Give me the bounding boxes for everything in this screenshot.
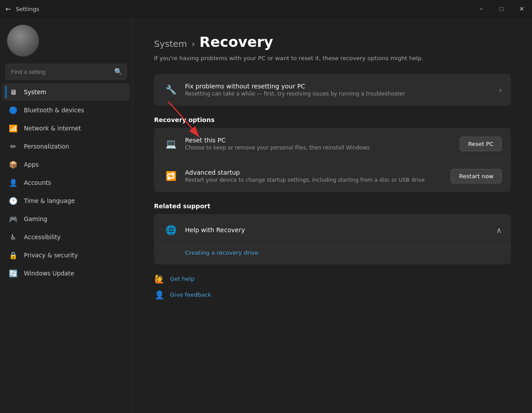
sidebar-item-label-accounts: Accounts: [24, 179, 51, 186]
fix-problems-icon: 🔧: [163, 82, 179, 98]
accessibility-icon: ♿: [9, 233, 18, 241]
sidebar-item-network[interactable]: 📶Network & internet: [3, 119, 130, 137]
time-icon: 🕐: [9, 196, 18, 205]
sidebar-item-personalization[interactable]: ✏️Personalization: [3, 138, 130, 155]
related-support-title: Related support: [154, 203, 511, 210]
apps-icon: 📦: [9, 160, 18, 169]
get-help-link[interactable]: 🙋 Get help: [154, 273, 511, 284]
fix-problems-action: ›: [499, 86, 502, 94]
give-feedback-label: Give feedback: [170, 291, 211, 298]
reset-pc-desc: Choose to keep or remove your personal f…: [185, 145, 460, 151]
sidebar-item-label-personalization: Personalization: [24, 143, 69, 150]
recovery-drive-link[interactable]: Creating a recovery drive: [185, 249, 258, 256]
sidebar-item-label-time: Time & language: [24, 197, 75, 204]
help-recovery-icon: 🌐: [163, 222, 179, 238]
help-recovery-label: Help with Recovery: [185, 226, 496, 233]
help-recovery-card[interactable]: 🌐 Help with Recovery ∧ Creating a recove…: [154, 214, 511, 264]
accounts-icon: 👤: [9, 178, 18, 187]
sidebar-item-bluetooth[interactable]: 🔵Bluetooth & devices: [3, 101, 130, 119]
sidebar-item-time[interactable]: 🕐Time & language: [3, 192, 130, 210]
sidebar-item-label-system: System: [24, 88, 46, 96]
reset-pc-label: Reset this PC: [185, 137, 460, 144]
main-content: System › Recovery If you're having probl…: [133, 18, 532, 413]
network-icon: 📶: [9, 124, 18, 133]
sidebar-item-label-bluetooth: Bluetooth & devices: [24, 107, 84, 114]
sidebar-item-accessibility[interactable]: ♿Accessibility: [3, 228, 130, 246]
fix-problems-text: Fix problems without resetting your PC R…: [185, 83, 499, 97]
titlebar-left: ← Settings: [5, 5, 39, 13]
gaming-icon: 🎮: [9, 214, 18, 223]
advanced-startup-row[interactable]: 🔁 Advanced startup Restart your device t…: [154, 160, 511, 192]
breadcrumb-separator: ›: [192, 38, 195, 49]
fix-problems-row[interactable]: 🔧 Fix problems without resetting your PC…: [154, 74, 511, 106]
chevron-up-icon: ∧: [496, 226, 502, 235]
back-button[interactable]: ←: [5, 5, 11, 13]
advanced-startup-label: Advanced startup: [185, 169, 451, 176]
avatar-image: [7, 25, 39, 57]
breadcrumb: System › Recovery: [154, 34, 511, 50]
recovery-options-card: 💻 Reset this PC Choose to keep or remove…: [154, 128, 511, 192]
sidebar-item-label-update: Windows Update: [24, 270, 74, 277]
system-icon: 🖥: [9, 88, 18, 96]
fix-problems-label: Fix problems without resetting your PC: [185, 83, 499, 90]
privacy-icon: 🔒: [9, 251, 18, 260]
give-feedback-icon: 👤: [154, 289, 165, 300]
reset-pc-icon: 💻: [163, 136, 179, 152]
page-title: Recovery: [200, 34, 274, 50]
minimize-button[interactable]: −: [471, 0, 491, 18]
bluetooth-icon: 🔵: [9, 106, 18, 115]
sidebar-item-gaming[interactable]: 🎮Gaming: [3, 210, 130, 228]
recovery-options-title: Recovery options: [154, 116, 511, 123]
sidebar-item-label-network: Network & internet: [24, 125, 81, 132]
sidebar-item-apps[interactable]: 📦Apps: [3, 156, 130, 173]
search-icon: 🔍: [114, 68, 123, 76]
search-container: 🔍: [5, 64, 127, 80]
get-help-label: Get help: [170, 275, 194, 282]
fix-problems-card[interactable]: 🔧 Fix problems without resetting your PC…: [154, 74, 511, 106]
update-icon: 🔄: [9, 269, 18, 278]
advanced-startup-desc: Restart your device to change startup se…: [185, 177, 451, 183]
help-recovery-header[interactable]: 🌐 Help with Recovery ∧: [154, 214, 511, 246]
page-subtitle: If you're having problems with your PC o…: [154, 55, 511, 61]
bottom-links: 🙋 Get help 👤 Give feedback: [154, 273, 511, 300]
chevron-right-icon: ›: [499, 86, 502, 94]
maximize-button[interactable]: □: [491, 0, 512, 18]
fix-problems-desc: Resetting can take a while — first, try …: [185, 91, 499, 97]
get-help-icon: 🙋: [154, 273, 165, 284]
sidebar-nav: 🖥System🔵Bluetooth & devices📶Network & in…: [0, 83, 132, 282]
sidebar-item-label-privacy: Privacy & security: [24, 252, 78, 259]
close-button[interactable]: ✕: [512, 0, 532, 18]
restart-now-button[interactable]: Restart now: [451, 169, 502, 184]
help-recovery-body: Creating a recovery drive: [154, 246, 511, 264]
avatar: [7, 25, 39, 57]
breadcrumb-parent: System: [154, 38, 187, 49]
reset-pc-text: Reset this PC Choose to keep or remove y…: [185, 137, 460, 151]
sidebar-item-update[interactable]: 🔄Windows Update: [3, 264, 130, 282]
sidebar-item-accounts[interactable]: 👤Accounts: [3, 174, 130, 191]
titlebar: ← Settings − □ ✕: [0, 0, 532, 18]
sidebar-item-label-apps: Apps: [24, 161, 39, 168]
sidebar-item-privacy[interactable]: 🔒Privacy & security: [3, 246, 130, 264]
sidebar-item-system[interactable]: 🖥System: [3, 83, 130, 101]
reset-pc-row[interactable]: 💻 Reset this PC Choose to keep or remove…: [154, 128, 511, 160]
sidebar: 🔍 🖥System🔵Bluetooth & devices📶Network & …: [0, 18, 133, 413]
sidebar-item-label-gaming: Gaming: [24, 215, 47, 222]
search-input[interactable]: [5, 64, 127, 80]
advanced-startup-action: Restart now: [451, 169, 502, 184]
personalization-icon: ✏️: [9, 142, 18, 151]
titlebar-title: Settings: [15, 6, 39, 12]
sidebar-item-label-accessibility: Accessibility: [24, 233, 61, 241]
reset-pc-action: Reset PC: [460, 137, 502, 151]
give-feedback-link[interactable]: 👤 Give feedback: [154, 289, 511, 300]
advanced-startup-icon: 🔁: [163, 168, 179, 184]
reset-pc-button[interactable]: Reset PC: [460, 137, 502, 151]
advanced-startup-text: Advanced startup Restart your device to …: [185, 169, 451, 183]
app-body: 🔍 🖥System🔵Bluetooth & devices📶Network & …: [0, 18, 532, 413]
titlebar-controls: − □ ✕: [471, 0, 532, 18]
